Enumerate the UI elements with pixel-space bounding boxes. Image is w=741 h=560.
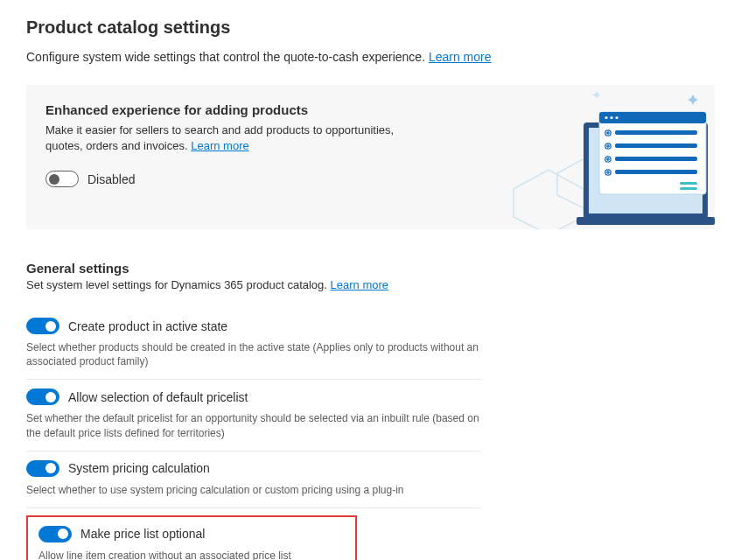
svg-point-9 bbox=[615, 116, 618, 119]
page-title: Product catalog settings bbox=[26, 18, 715, 38]
svg-rect-5 bbox=[599, 112, 706, 194]
help-create-active-state: Select whether products should be create… bbox=[26, 340, 481, 368]
laptop-illustration bbox=[496, 86, 715, 229]
help-system-pricing: Select whether to use system pricing cal… bbox=[26, 483, 481, 497]
enhanced-experience-panel: Enhanced experience for adding products … bbox=[26, 85, 715, 229]
setting-default-pricelist: Allow selection of default pricelist Set… bbox=[26, 380, 481, 451]
label-create-active-state: Create product in active state bbox=[68, 319, 227, 333]
general-settings-subtitle: Set system level settings for Dynamics 3… bbox=[26, 278, 715, 291]
label-default-pricelist: Allow selection of default pricelist bbox=[68, 390, 248, 404]
svg-rect-21 bbox=[615, 157, 697, 161]
svg-rect-17 bbox=[615, 144, 697, 148]
general-settings-heading: General settings bbox=[26, 261, 715, 276]
setting-create-active-state: Create product in active state Select wh… bbox=[26, 309, 481, 380]
svg-rect-27 bbox=[680, 187, 697, 190]
svg-rect-13 bbox=[615, 130, 697, 135]
page-learn-more-link[interactable]: Learn more bbox=[429, 50, 492, 64]
help-price-list-optional: Allow line item creation without an asso… bbox=[38, 549, 345, 560]
page-subtitle-text: Configure system wide settings that cont… bbox=[26, 50, 425, 64]
svg-rect-25 bbox=[615, 170, 697, 174]
label-price-list-optional: Make price list optional bbox=[80, 527, 205, 541]
svg-rect-6 bbox=[599, 112, 706, 123]
svg-marker-0 bbox=[514, 170, 584, 229]
setting-price-list-optional: Make price list optional Allow line item… bbox=[38, 526, 345, 560]
enhanced-description: Make it easier for sellers to search and… bbox=[45, 122, 395, 153]
label-system-pricing: System pricing calculation bbox=[68, 461, 210, 475]
toggle-price-list-optional[interactable] bbox=[38, 526, 72, 542]
enhanced-toggle[interactable] bbox=[45, 171, 79, 187]
setting-system-pricing: System pricing calculation Select whethe… bbox=[26, 452, 481, 508]
enhanced-toggle-label: Disabled bbox=[87, 172, 135, 186]
toggle-system-pricing[interactable] bbox=[26, 460, 59, 477]
general-subtitle-text: Set system level settings for Dynamics 3… bbox=[26, 278, 327, 291]
highlighted-setting-box: Make price list optional Allow line item… bbox=[26, 515, 357, 560]
svg-rect-26 bbox=[680, 182, 697, 185]
svg-point-7 bbox=[605, 116, 607, 119]
page-subtitle: Configure system wide settings that cont… bbox=[26, 50, 715, 64]
general-learn-more-link[interactable]: Learn more bbox=[331, 278, 388, 291]
enhanced-learn-more-link[interactable]: Learn more bbox=[191, 139, 248, 152]
toggle-create-active-state[interactable] bbox=[26, 318, 59, 334]
toggle-default-pricelist[interactable] bbox=[26, 388, 59, 405]
help-default-pricelist: Set whether the default pricelist for an… bbox=[26, 411, 481, 439]
svg-point-8 bbox=[610, 116, 612, 119]
